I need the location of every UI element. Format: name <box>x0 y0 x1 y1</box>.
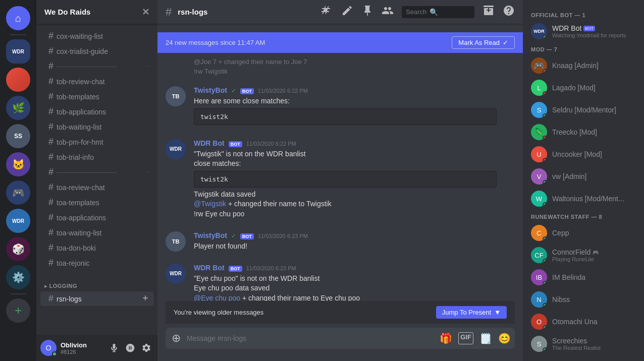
channel-item-toa-rejonic[interactable]: # toa-rejonic <box>40 256 153 270</box>
add-server-icon[interactable]: + <box>6 298 30 323</box>
member-item-uncooker[interactable]: U Uncooker [Mod] <box>527 143 640 165</box>
message-author-name[interactable]: WDR Bot <box>194 264 225 272</box>
server-icon-5[interactable]: 🎮 <box>6 180 30 205</box>
channel-item-cox-waiting-list[interactable]: # cox-waiting-list <box>40 29 153 43</box>
server-header[interactable]: We Do Raids ✕ <box>36 0 157 24</box>
twistybot-avatar-2: TB <box>166 231 186 252</box>
connorfield-avatar: CF <box>531 247 547 263</box>
message-content: TwistyBot ✓ BOT 11/03/2020 6:22 PM Here … <box>194 86 515 127</box>
jump-to-present-label: Jump To Present <box>442 309 491 316</box>
sticker-icon[interactable]: 🗒️ <box>479 332 492 344</box>
deafen-button[interactable] <box>123 341 137 355</box>
pin-icon[interactable] <box>361 5 373 19</box>
verified-check-icon: ✓ <box>231 87 236 94</box>
channel-item-toa-don-boki[interactable]: # toa-don-boki <box>40 240 153 255</box>
message-timestamp: 11/03/2020 6:23 PM <box>258 233 308 239</box>
top-bar: # rsn-logs Search 🔍 <box>157 0 523 24</box>
search-box[interactable]: Search 🔍 <box>402 6 474 18</box>
message-author-name[interactable]: TwistyBot <box>194 86 227 94</box>
member-item-imbelinda[interactable]: IB IM Belinda <box>527 266 640 288</box>
channel-hash-icon: # <box>48 293 53 304</box>
system-message-1: @Joe 7 + changed their name to Joe 7 <box>157 57 523 67</box>
user-info: Oblivion #8126 <box>61 341 103 355</box>
add-attachment-button[interactable]: ⊕ <box>170 328 183 349</box>
channel-item-toa-applications[interactable]: # toa-applications <box>40 210 153 225</box>
code-block: twist2k <box>194 108 497 125</box>
member-item-wdrbot[interactable]: WDR WDR Bot BOT Watching !modmail for re… <box>527 20 640 42</box>
member-item-treecko[interactable]: 🦎 Treecko [Mod] <box>527 121 640 143</box>
channel-item-tob-applications[interactable]: # tob-applications <box>40 104 153 119</box>
member-item-nibss[interactable]: N Nibss <box>527 288 640 311</box>
mute-button[interactable] <box>107 341 121 355</box>
wdr-server-icon[interactable]: WDR <box>6 39 30 64</box>
member-item-vw[interactable]: V vw [Admin] <box>527 165 640 188</box>
server-icon-4[interactable]: 🐱 <box>6 152 30 176</box>
server-icon-6[interactable]: WDR <box>6 209 30 233</box>
member-name-uncooker: Uncooker [Mod] <box>552 150 602 158</box>
member-item-waltonius[interactable]: W Waltonius [Mod/Ment... <box>527 188 640 210</box>
wdrbot-member-avatar: WDR <box>531 23 547 39</box>
member-status-dot <box>543 259 547 263</box>
older-messages-text: You're viewing older messages <box>174 309 263 316</box>
emoji-icon[interactable]: 😊 <box>498 332 511 344</box>
channel-label: cox-waiting-list <box>57 32 103 40</box>
twistybot-avatar: TB <box>166 86 186 106</box>
discord-home-icon[interactable]: ⌂ <box>6 6 30 30</box>
member-item-cepp[interactable]: C Cepp <box>527 222 640 244</box>
member-item-knaag[interactable]: 🎮 Knaag [Admin] <box>527 54 640 77</box>
member-category-mod: MOD — 7 <box>527 42 640 54</box>
channel-item-tob-pm-for-hmt[interactable]: # tob-pm-for-hmt <box>40 135 153 149</box>
channel-item-toa-templates[interactable]: # toa-templates <box>40 195 153 210</box>
mention-eyechupoo[interactable]: @Eye chu poo <box>194 294 240 301</box>
member-item-connorfield[interactable]: CF ConnorField 🎮 Playing RuneLite <box>527 244 640 266</box>
channel-label: tob-trial-info <box>57 153 94 161</box>
channel-item-toa-review-chat[interactable]: # toa-review-chat <box>40 180 153 195</box>
dots-icon: ··· <box>145 64 149 69</box>
user-discriminator: #8126 <box>61 349 103 355</box>
gift-icon[interactable]: 🎁 <box>440 332 452 344</box>
channel-item-toa-waiting-list[interactable]: # toa-waiting-list <box>40 225 153 240</box>
channel-label: tob-applications <box>57 108 106 116</box>
member-item-seldru[interactable]: S Seldru [Mod/Mentor] <box>527 99 640 121</box>
mark-as-read-button[interactable]: Mark As Read ✓ <box>452 36 515 49</box>
channel-item-rsn-logs[interactable]: # rsn-logs <box>40 291 153 306</box>
message-input[interactable] <box>187 329 436 348</box>
member-item-lagado[interactable]: L Lagado [Mod] <box>527 77 640 99</box>
settings-button[interactable] <box>139 341 153 355</box>
channel-hash-icon: # <box>48 91 53 102</box>
channel-item-tob-waiting-list[interactable]: # tob-waiting-list <box>40 119 153 134</box>
mention-twigstik[interactable]: @Twigstik <box>194 200 226 208</box>
edit-icon[interactable] <box>341 5 353 19</box>
user-status-dot <box>52 351 57 356</box>
channel-item-divider2: # —————————— ··· <box>40 165 153 179</box>
message-input-icons: 🎁 GIF 🗒️ 😊 <box>440 332 511 344</box>
channel-item-tob-trial-info[interactable]: # tob-trial-info <box>40 150 153 164</box>
member-name-waltonius: Waltonius [Mod/Ment... <box>552 195 624 203</box>
bot-badge: BOT <box>229 266 242 272</box>
help-icon[interactable] <box>503 5 515 19</box>
server-icon-7[interactable]: 🎲 <box>6 237 30 261</box>
gif-icon[interactable]: GIF <box>458 332 473 344</box>
channel-item-tob-templates[interactable]: # tob-templates <box>40 89 153 104</box>
jump-to-present-button[interactable]: Jump To Present ▼ <box>436 306 507 319</box>
message-author-name[interactable]: TwistyBot <box>194 231 227 239</box>
member-status-dot <box>543 113 547 118</box>
hashtag-icon[interactable] <box>321 5 333 19</box>
add-member-icon[interactable] <box>141 294 149 304</box>
member-item-screechies[interactable]: S Screechies The Realest Realist <box>527 333 640 355</box>
server-icon-1[interactable] <box>6 68 30 92</box>
server-icon-2[interactable]: 🌿 <box>6 96 30 120</box>
message-text-4: @Twigstik + changed their name to Twigst… <box>194 199 515 209</box>
member-item-otomachi[interactable]: O Otomachi Una <box>527 311 640 333</box>
message-author-name[interactable]: WDR Bot <box>194 139 225 147</box>
category-logging[interactable]: ▸ LOGGING <box>36 275 157 291</box>
channel-item-cox-trialist-guide[interactable]: # cox-trialist-guide <box>40 44 153 58</box>
inbox-icon[interactable] <box>482 5 495 19</box>
message-group-wdrbot-1: WDR WDR Bot BOT 11/03/2020 6:22 PM "Twig… <box>157 137 523 221</box>
member-status-dot <box>543 281 547 285</box>
members-icon[interactable] <box>382 5 394 19</box>
server-icon-3[interactable]: SS <box>6 124 30 148</box>
member-status-dot <box>543 347 547 352</box>
channel-item-tob-review-chat[interactable]: # tob-review-chat <box>40 74 153 89</box>
server-icon-8[interactable]: ⚙️ <box>6 265 30 289</box>
